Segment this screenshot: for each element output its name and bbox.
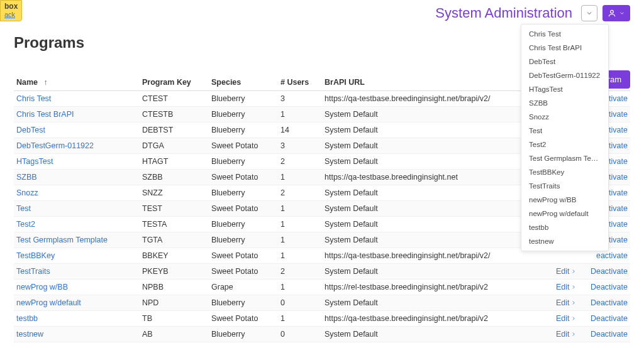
program-name-link[interactable]: testbb	[16, 314, 38, 323]
program-switcher-item[interactable]: Chris Test BrAPI	[521, 41, 608, 55]
species-cell: Sweet Potato	[209, 248, 278, 264]
program-key-cell: CTESTB	[140, 107, 209, 122]
species-cell: Blueberry	[209, 122, 278, 138]
deactivate-link[interactable]: Deactivate	[591, 314, 628, 323]
program-switcher-item[interactable]: Test Germplasm Template	[521, 151, 608, 165]
program-switcher-item[interactable]: SZBB	[521, 96, 608, 110]
program-name-link[interactable]: DebTestGerm-011922	[16, 141, 94, 150]
column-header-species[interactable]: Species	[209, 74, 278, 91]
users-cell: 0	[278, 295, 322, 311]
brapi-url-cell: System Default	[322, 217, 530, 232]
edit-link[interactable]: Edit	[556, 330, 577, 339]
user-icon	[608, 9, 616, 18]
users-cell: 3	[278, 91, 322, 107]
brapi-url-cell: System Default	[322, 295, 530, 311]
program-name-link[interactable]: Test	[16, 204, 31, 213]
program-name-link[interactable]: testnew	[16, 330, 43, 339]
program-switcher-item[interactable]: newProg w/default	[521, 207, 608, 220]
program-key-cell: SZBB	[140, 170, 209, 185]
users-cell: 1	[278, 232, 322, 248]
program-key-cell: HTAGT	[140, 154, 209, 170]
brapi-url-cell: System Default	[322, 264, 530, 280]
users-cell: 2	[278, 154, 322, 170]
program-name-link[interactable]: TestTraits	[16, 267, 50, 276]
program-key-cell: PKEYB	[140, 264, 209, 280]
edit-link[interactable]: Edit	[556, 314, 577, 323]
program-name-link[interactable]: newProg w/BB	[16, 283, 68, 291]
species-cell: Grape	[209, 280, 278, 295]
brapi-url-cell: System Default	[322, 107, 530, 122]
header: System Administration	[0, 0, 644, 25]
program-switcher-item[interactable]: Test	[521, 124, 608, 138]
user-menu-button[interactable]	[602, 5, 630, 21]
program-name-link[interactable]: Test Germplasm Template	[16, 236, 108, 244]
users-cell: 14	[278, 122, 322, 138]
users-cell: 2	[278, 264, 322, 280]
species-cell: Blueberry	[209, 154, 278, 170]
program-key-cell: NPD	[140, 295, 209, 311]
brapi-url-cell: https://qa-testbase.breedinginsight.net/…	[322, 91, 530, 107]
column-header-brapi-url[interactable]: BrAPI URL	[322, 74, 530, 91]
program-switcher-item[interactable]: testnew	[521, 234, 608, 248]
program-name-link[interactable]: Chris Test BrAPI	[16, 110, 74, 119]
program-switcher-item[interactable]: Test2	[521, 138, 608, 151]
species-cell: Blueberry	[209, 295, 278, 311]
sandbox-badge[interactable]: box ack	[0, 0, 22, 21]
program-switcher-item[interactable]: testbb	[521, 220, 608, 234]
program-name-link[interactable]: Snozz	[16, 188, 38, 197]
program-name-link[interactable]: DebTest	[16, 126, 45, 134]
program-key-cell: DEBTST	[140, 122, 209, 138]
program-name-link[interactable]: HTagsTest	[16, 157, 53, 166]
brapi-url-cell: System Default	[322, 154, 530, 170]
program-name-link[interactable]: newProg w/default	[16, 298, 81, 307]
column-header-name[interactable]: Name ↑	[14, 74, 140, 91]
program-key-cell: TGTA	[140, 232, 209, 248]
brapi-url-cell: System Default	[322, 122, 530, 138]
sandbox-link[interactable]: ack	[4, 11, 18, 18]
program-switcher-item[interactable]: DebTestGerm-011922	[521, 68, 608, 82]
edit-link[interactable]: Edit	[556, 267, 577, 276]
column-header-program-key[interactable]: Program Key	[140, 74, 209, 91]
brapi-url-cell: System Default	[322, 201, 530, 217]
brapi-url-cell: System Default	[322, 138, 530, 154]
deactivate-link[interactable]: Deactivate	[591, 298, 628, 307]
edit-link[interactable]: Edit	[556, 298, 577, 307]
species-cell: Blueberry	[209, 107, 278, 122]
program-switcher-item[interactable]: HTagsTest	[521, 82, 608, 96]
program-name-link[interactable]: SZBB	[16, 173, 37, 182]
brapi-url-cell: System Default	[322, 185, 530, 201]
deactivate-link[interactable]: eactivate	[596, 251, 628, 260]
program-switcher-item[interactable]: Snozz	[521, 110, 608, 124]
program-switcher-item[interactable]: DebTest	[521, 55, 608, 68]
program-switcher-item[interactable]: Chris Test	[521, 27, 608, 41]
species-cell: Sweet Potato	[209, 311, 278, 327]
program-switcher-item[interactable]: TestBBKey	[521, 165, 608, 179]
program-switcher-dropdown: Chris TestChris Test BrAPIDebTestDebTest…	[521, 24, 609, 251]
program-name-link[interactable]: Chris Test	[16, 94, 51, 103]
users-cell: 0	[278, 327, 322, 342]
brapi-url-cell: https://qa-testbase.breedinginsight.net	[322, 170, 530, 185]
column-header-users[interactable]: # Users	[278, 74, 322, 91]
brapi-url-cell: https://qa-testbase.breedinginsight.net/…	[322, 311, 530, 327]
deactivate-link[interactable]: Deactivate	[591, 283, 628, 291]
edit-link[interactable]: Edit	[556, 283, 577, 291]
deactivate-link[interactable]: Deactivate	[591, 330, 628, 339]
program-key-cell: TEST	[140, 201, 209, 217]
species-cell: Blueberry	[209, 185, 278, 201]
program-switcher-toggle[interactable]	[581, 5, 597, 21]
users-cell: 1	[278, 280, 322, 295]
chevron-right-icon	[570, 315, 577, 322]
table-row: testbb TB Sweet Potato 1 https://qa-test…	[14, 311, 630, 327]
brapi-url-cell: System Default	[322, 327, 530, 342]
program-name-link[interactable]: TestBBKey	[16, 251, 55, 260]
deactivate-link[interactable]: Deactivate	[591, 267, 628, 276]
species-cell: Blueberry	[209, 327, 278, 342]
table-row: testnew AB Blueberry 0 System Default Ed…	[14, 327, 630, 342]
users-cell: 1	[278, 170, 322, 185]
svg-point-0	[611, 10, 614, 13]
program-name-link[interactable]: Test2	[16, 220, 35, 229]
brapi-url-cell: https://qa-testbase.breedinginsight.net/…	[322, 248, 530, 264]
sort-asc-icon: ↑	[44, 78, 48, 87]
program-switcher-item[interactable]: TestTraits	[521, 179, 608, 193]
program-switcher-item[interactable]: newProg w/BB	[521, 193, 608, 207]
